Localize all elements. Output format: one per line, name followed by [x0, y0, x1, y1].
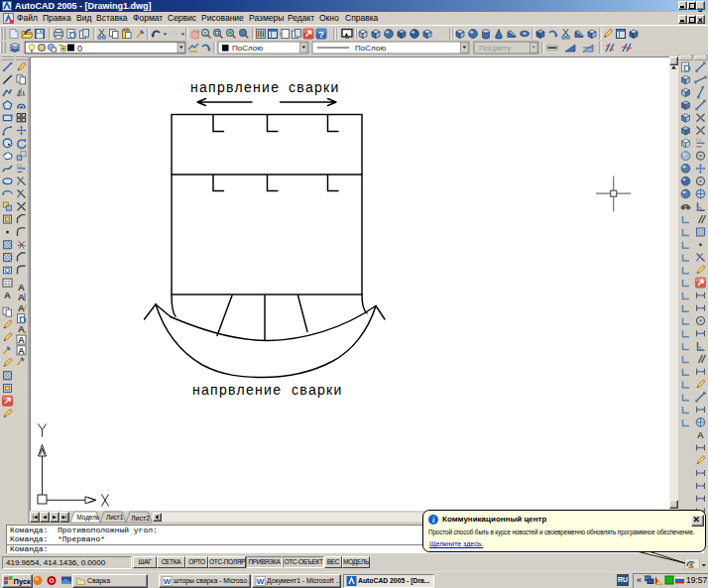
svg-text:Модель: Модель: [77, 514, 100, 522]
svg-text:A: A: [4, 290, 11, 300]
svg-text:?: ?: [318, 29, 324, 40]
svg-text:ПоСлою: ПоСлою: [232, 44, 263, 53]
svg-text:ПоСлою: ПоСлою: [355, 44, 386, 53]
svg-text:Лист1: Лист1: [106, 514, 124, 521]
svg-text:напрвление: напрвление: [192, 382, 282, 398]
svg-text:A: A: [18, 345, 25, 356]
svg-text:ПоЦвету: ПоЦвету: [479, 44, 511, 53]
svg-text:сварки: сварки: [289, 79, 340, 95]
svg-text:A: A: [18, 334, 25, 345]
svg-text:напрвление: напрвление: [190, 79, 280, 95]
svg-text:сварки: сварки: [292, 382, 343, 398]
svg-text:A: A: [18, 292, 25, 302]
svg-text:Лист2: Лист2: [131, 515, 150, 522]
svg-text:0: 0: [77, 44, 82, 54]
svg-text:A: A: [18, 282, 25, 293]
svg-text:W: W: [257, 577, 265, 586]
svg-text:A: A: [697, 429, 704, 440]
svg-text:W: W: [164, 577, 172, 586]
